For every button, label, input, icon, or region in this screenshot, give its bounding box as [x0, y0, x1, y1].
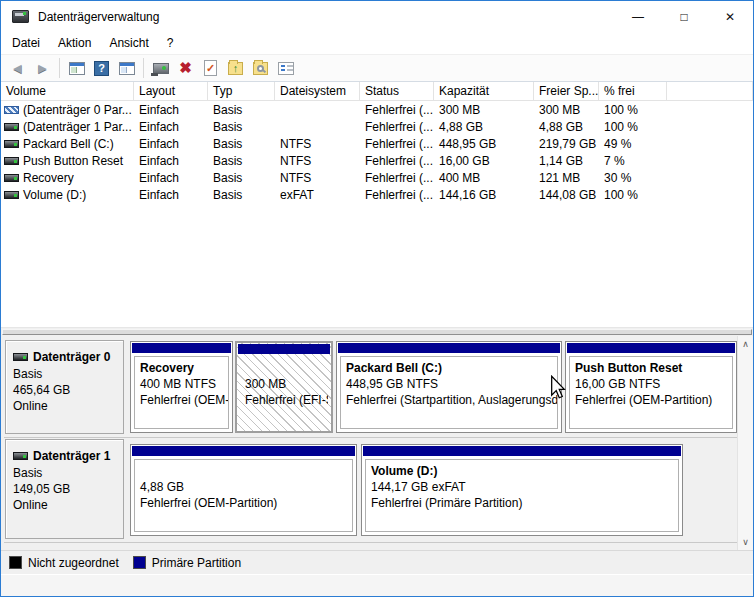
- column-header-filler: [667, 82, 753, 100]
- cell-status: Fehlerfrei (...: [360, 154, 434, 168]
- menu-datei[interactable]: Datei: [3, 34, 49, 52]
- volume-list-pane: Volume Layout Typ Dateisystem Status Kap…: [1, 82, 753, 327]
- cell-kapazitaet: 400 MB: [434, 171, 534, 185]
- table-row[interactable]: Packard Bell (C:) Einfach Basis NTFS Feh…: [1, 135, 753, 152]
- back-icon[interactable]: ◄: [6, 57, 29, 79]
- menu-ansicht[interactable]: Ansicht: [100, 34, 157, 52]
- vertical-scrollbar[interactable]: ∧ ∨: [737, 336, 753, 550]
- disk-name: Datenträger 0: [33, 350, 110, 364]
- cell-prozent-frei: 100 %: [599, 120, 667, 134]
- back-arrow-glyph: ◄: [11, 60, 25, 76]
- delete-glyph: ✖: [179, 59, 192, 77]
- partition-size: 300 MB: [245, 376, 323, 392]
- column-header-prozent-frei[interactable]: % frei: [599, 82, 667, 100]
- cell-freier-speicher: 4,88 GB: [534, 120, 599, 134]
- cell-layout: Einfach: [134, 154, 208, 168]
- partition-hatched-icon: [4, 106, 19, 114]
- partition-block-volume-d[interactable]: Volume (D:) 144,17 GB exFAT Fehlerfrei (…: [361, 444, 683, 536]
- column-header-kapazitaet[interactable]: Kapazität: [434, 82, 534, 100]
- partition-block-push-button-reset[interactable]: Push Button Reset 16,00 GB NTFS Fehlerfr…: [565, 341, 737, 433]
- partition-size: 16,00 GB NTFS: [575, 376, 727, 392]
- partition-block-efi-selected[interactable]: 300 MB Fehlerfrei (EFI-Sy: [235, 341, 333, 433]
- cell-prozent-frei: 7 %: [599, 154, 667, 168]
- partition-size: 448,95 GB NTFS: [346, 376, 552, 392]
- cell-typ: Basis: [208, 103, 275, 117]
- disk-type: Basis: [13, 366, 116, 382]
- partition-block-packard-bell-c[interactable]: Packard Bell (C:) 448,95 GB NTFS Fehlerf…: [336, 341, 562, 433]
- scroll-down-icon[interactable]: ∨: [742, 534, 749, 550]
- cell-typ: Basis: [208, 120, 275, 134]
- horizontal-scrollbar-thumb[interactable]: [2, 329, 752, 335]
- check-document-icon[interactable]: ✓: [199, 57, 222, 79]
- folder-search-icon[interactable]: [249, 57, 272, 79]
- cell-kapazitaet: 16,00 GB: [434, 154, 534, 168]
- partition-status: Fehlerfrei (Startpartition, Auslagerungs…: [346, 392, 552, 408]
- cell-typ: Basis: [208, 188, 275, 202]
- partition-title: Recovery: [140, 360, 223, 376]
- console-tree-icon[interactable]: [65, 57, 88, 79]
- close-button[interactable]: ✕: [707, 1, 753, 32]
- disk-0-partition-area: Recovery 400 MB NTFS Fehlerfrei (OEM-I 3…: [128, 339, 737, 437]
- column-header-freier-speicher[interactable]: Freier Sp...: [534, 82, 599, 100]
- cell-typ: Basis: [208, 154, 275, 168]
- table-row[interactable]: Recovery Einfach Basis NTFS Fehlerfrei (…: [1, 169, 753, 186]
- column-header-typ[interactable]: Typ: [208, 82, 275, 100]
- legend-swatch-unallocated: [9, 556, 22, 569]
- delete-icon[interactable]: ✖: [174, 57, 197, 79]
- disk-size: 149,05 GB: [13, 481, 116, 497]
- toolbar: ◄ ► ? ✖ ✓ ↑: [1, 54, 753, 82]
- app-disk-icon: [12, 10, 29, 23]
- cell-status: Fehlerfrei (...: [360, 103, 434, 117]
- help-icon[interactable]: ?: [90, 57, 113, 79]
- cell-freier-speicher: 219,79 GB: [534, 137, 599, 151]
- partition-size: 4,88 GB: [140, 479, 347, 495]
- table-row[interactable]: Push Button Reset Einfach Basis NTFS Feh…: [1, 152, 753, 169]
- cell-volume: Recovery: [23, 171, 74, 185]
- cell-layout: Einfach: [134, 120, 208, 134]
- disk-name: Datenträger 1: [33, 449, 110, 463]
- column-header-status[interactable]: Status: [360, 82, 434, 100]
- cell-typ: Basis: [208, 171, 275, 185]
- menu-hilfe[interactable]: ?: [158, 34, 183, 52]
- mouse-cursor: [549, 375, 567, 399]
- cell-kapazitaet: 300 MB: [434, 103, 534, 117]
- column-header-volume[interactable]: Volume: [1, 82, 134, 100]
- table-row[interactable]: Volume (D:) Einfach Basis exFAT Fehlerfr…: [1, 186, 753, 203]
- partition-title: Volume (D:): [371, 463, 673, 479]
- primary-partition-bar: [132, 343, 231, 353]
- partition-block-recovery[interactable]: Recovery 400 MB NTFS Fehlerfrei (OEM-I: [130, 341, 233, 433]
- primary-partition-bar: [363, 446, 681, 456]
- partition-title: Push Button Reset: [575, 360, 727, 376]
- maximize-button[interactable]: □: [661, 1, 707, 32]
- disk-1-label-box[interactable]: Datenträger 1 Basis 149,05 GB Online: [5, 439, 124, 539]
- disk-icon: [13, 353, 28, 361]
- table-row[interactable]: (Datenträger 1 Par... Einfach Basis Fehl…: [1, 118, 753, 135]
- cell-freier-speicher: 1,14 GB: [534, 154, 599, 168]
- forward-arrow-glyph: ►: [36, 60, 50, 76]
- column-header-layout[interactable]: Layout: [134, 82, 208, 100]
- table-row[interactable]: (Datenträger 0 Par... Einfach Basis Fehl…: [1, 101, 753, 118]
- action-pane-icon[interactable]: [115, 57, 138, 79]
- partition-block-oem[interactable]: 4,88 GB Fehlerfrei (OEM-Partition): [130, 444, 357, 536]
- checklist-icon[interactable]: [274, 57, 297, 79]
- partition-status: Fehlerfrei (OEM-I: [140, 392, 223, 408]
- help-glyph: ?: [94, 61, 109, 76]
- minimize-button[interactable]: —: [615, 1, 661, 32]
- cell-layout: Einfach: [134, 188, 208, 202]
- cell-kapazitaet: 144,16 GB: [434, 188, 534, 202]
- graphical-view-pane: Datenträger 0 Basis 465,64 GB Online Rec…: [1, 336, 753, 550]
- folder-up-icon[interactable]: ↑: [224, 57, 247, 79]
- menu-aktion[interactable]: Aktion: [49, 34, 100, 52]
- cell-layout: Einfach: [134, 103, 208, 117]
- scroll-up-icon[interactable]: ∧: [742, 336, 749, 352]
- drive-properties-icon[interactable]: [149, 57, 172, 79]
- partition-title: [245, 360, 323, 376]
- partition-status: Fehlerfrei (EFI-Sy: [245, 392, 323, 408]
- disk-1-partition-area: 4,88 GB Fehlerfrei (OEM-Partition) Volum…: [128, 438, 737, 542]
- partition-status: Fehlerfrei (Primäre Partition): [371, 495, 673, 511]
- horizontal-scrollbar[interactable]: [1, 327, 753, 336]
- disk-0-label-box[interactable]: Datenträger 0 Basis 465,64 GB Online: [5, 340, 124, 434]
- column-header-dateisystem[interactable]: Dateisystem: [275, 82, 360, 100]
- forward-icon[interactable]: ►: [31, 57, 54, 79]
- volume-list-header: Volume Layout Typ Dateisystem Status Kap…: [1, 82, 753, 101]
